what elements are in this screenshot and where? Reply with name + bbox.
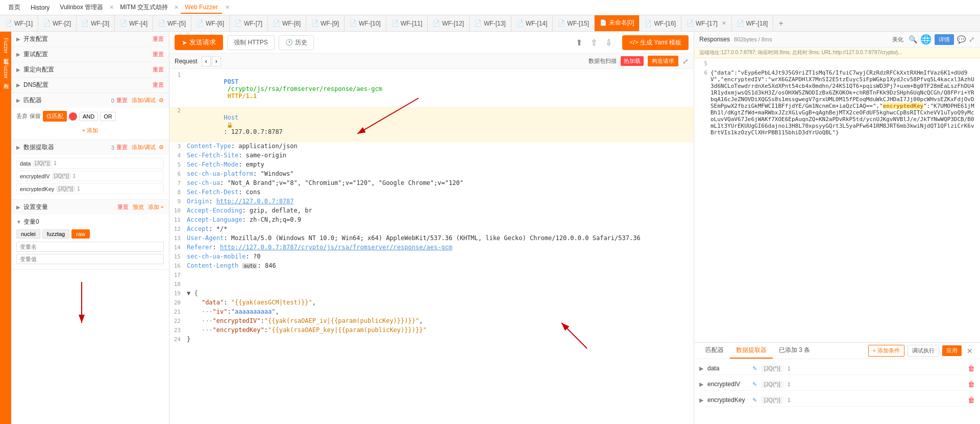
section-extractor-header[interactable]: ▶ 数据提取器 3 重置 添加/调试 ⚙	[11, 140, 169, 155]
section-variables-header[interactable]: ▶ 设置变量 重置 预览 添加 +	[11, 200, 169, 215]
only-match-btn[interactable]: 仅匹配	[43, 111, 67, 122]
var-tag-fuzztag[interactable]: fuzztag	[42, 229, 69, 239]
tab-wf10[interactable]: 📄WF-[10]	[345, 15, 386, 32]
add-matcher-btn[interactable]: + 添加	[16, 125, 164, 136]
section-redirect-reset[interactable]: 重置	[153, 66, 164, 74]
sidebar-strip-list[interactable]: Fuzzer 列表	[1, 59, 10, 84]
hot-badge[interactable]: 热加载	[621, 56, 644, 66]
ext-row-data-arrow[interactable]: ▶	[699, 365, 703, 372]
ext-row-data-edit[interactable]: ✎	[752, 365, 757, 372]
tab-wf18[interactable]: 📄WF-[18]	[732, 15, 774, 32]
matcher-add[interactable]: 添加/调试	[132, 97, 156, 104]
force-https-btn[interactable]: 强制 HTTPS	[227, 35, 275, 50]
ext-row-key-delete[interactable]: 🗑	[968, 396, 975, 404]
section-variables-title: 设置变量	[23, 203, 117, 211]
struct-btn[interactable]: 构造请求	[648, 56, 678, 66]
or-btn[interactable]: OR	[100, 112, 116, 121]
extractor-reset[interactable]: 重置	[116, 144, 128, 151]
import-icon[interactable]: ⇩	[605, 38, 612, 48]
tab-add-button[interactable]: +	[773, 19, 788, 28]
section-retry-header[interactable]: ▶ 重试配置 重置	[11, 47, 169, 62]
scan-label[interactable]: 数据包扫描	[589, 57, 617, 65]
var-value-input[interactable]	[16, 254, 164, 264]
comment-icon[interactable]: 💬	[957, 35, 966, 43]
yaml-template-btn[interactable]: </> 生成 Yaml 模板	[622, 35, 689, 50]
tab-unnamed0[interactable]: 📄未命名[0]	[595, 15, 640, 32]
variables-preview[interactable]: 预览	[133, 203, 144, 211]
tab-wf6[interactable]: 📄WF-[6]	[191, 15, 230, 32]
variables-add[interactable]: 添加 +	[148, 203, 164, 211]
tab-wf3[interactable]: 📄WF-[3]	[77, 15, 115, 32]
matcher-tune-icon[interactable]: ⚙	[159, 97, 164, 104]
matcher-reset[interactable]: 重置	[116, 97, 128, 104]
apply-btn[interactable]: 应用	[942, 345, 962, 356]
resp-expand-icon[interactable]: ⤢	[969, 35, 975, 43]
tab-wf9[interactable]: 📄WF-[9]	[306, 15, 345, 32]
section-dev-config-header[interactable]: ▶ 开发配置 重置	[11, 32, 169, 46]
nav-prev[interactable]: ‹	[202, 56, 211, 66]
tab-wf13[interactable]: 📄WF-[13]	[470, 15, 511, 32]
bottom-tab-extractor[interactable]: 数据提取器	[730, 343, 773, 359]
tab-wf14[interactable]: 📄WF-[14]	[511, 15, 553, 32]
variables-reset[interactable]: 重置	[117, 203, 129, 211]
extractor-add[interactable]: 添加/调试	[132, 144, 156, 151]
close-bottom-panel[interactable]: ✕	[965, 347, 975, 355]
nav-next[interactable]: ›	[212, 56, 221, 66]
ext-row-iv-delete[interactable]: 🗑	[968, 380, 975, 388]
nav-webfuzzer[interactable]: Web Fuzzer	[181, 2, 222, 14]
search-resp-icon[interactable]: 🔍	[909, 35, 917, 43]
nav-home[interactable]: 首页	[4, 1, 24, 14]
ext-row-data-delete[interactable]: 🗑	[968, 364, 975, 372]
code-line-13: 13 User-Agent: Mozilla/5.0 (Windows NT 1…	[169, 234, 694, 244]
beautify-btn[interactable]: 美化	[890, 35, 905, 44]
section-redirect-header[interactable]: ▶ 重定向配置 重置	[11, 62, 169, 77]
discard-btn[interactable]: 丢弃	[16, 112, 28, 120]
section-dns-reset[interactable]: 重置	[153, 81, 164, 89]
add-condition-btn[interactable]: + 添加条件	[868, 345, 904, 357]
var-tag-raw[interactable]: raw	[71, 229, 90, 239]
tab-wf4[interactable]: 📄WF-[4]	[115, 15, 153, 32]
ext-row-iv-arrow[interactable]: ▶	[699, 381, 703, 388]
tab-wf16[interactable]: 📄WF-[16]	[640, 15, 681, 32]
tab-wf2[interactable]: 📄WF-[2]	[38, 15, 77, 32]
bottom-tab-matcher[interactable]: 匹配器	[699, 343, 730, 359]
resp-content[interactable]: 5 6 {"data":"vEyp6ePbL4Jt9J5G9riZT1sMqT6…	[694, 58, 980, 342]
export-icon[interactable]: ⇧	[591, 38, 597, 48]
nav-vulinbox[interactable]: Vulinbox 管理器	[56, 1, 107, 14]
save-btn[interactable]: 保留	[30, 112, 41, 120]
expand-icon[interactable]: ⤢	[682, 57, 689, 65]
section-retry-reset[interactable]: 重置	[153, 51, 164, 58]
extractor-items: data [JQ(*)] 1 encryptedIV [JQ(*)] 1 enc…	[11, 155, 169, 199]
tab-wf12[interactable]: 📄WF-[12]	[428, 15, 470, 32]
detail-btn[interactable]: 详情	[935, 34, 954, 45]
tab-wf8[interactable]: 📄WF-[8]	[268, 15, 306, 32]
var-tag-nuclei[interactable]: nuclei	[16, 229, 40, 239]
section-dev-reset[interactable]: 重置	[153, 35, 164, 43]
var-name-input[interactable]	[16, 242, 164, 252]
history-btn[interactable]: 🕐 历史	[279, 35, 314, 50]
section-dns-header[interactable]: ▶ DNS配置 重置	[11, 78, 169, 92]
extractor-tune-icon[interactable]: ⚙	[159, 144, 164, 151]
sidebar-strip-fuzzer[interactable]: Fuzzer 配置	[1, 34, 10, 59]
close-tab-wf17[interactable]: ✕	[722, 20, 726, 27]
send-request-btn[interactable]: ➤ 发送请求	[175, 35, 223, 50]
share-icon[interactable]: ⬆	[576, 38, 582, 48]
tab-wf11[interactable]: 📄WF-[11]	[386, 15, 428, 32]
section-redirect-config: ▶ 重定向配置 重置	[11, 62, 169, 78]
tab-wf17[interactable]: 📄WF-[17]✕	[681, 15, 732, 32]
bottom-tab-count[interactable]: 已添加 3 条	[773, 343, 816, 359]
ext-row-key-arrow[interactable]: ▶	[699, 397, 703, 404]
tab-wf7[interactable]: 📄WF-[7]	[230, 15, 268, 32]
nav-history[interactable]: History	[27, 2, 54, 13]
tab-wf5[interactable]: 📄WF-[5]	[153, 15, 191, 32]
ext-row-iv-edit[interactable]: ✎	[752, 381, 757, 388]
nav-mitm[interactable]: MITM 交互式劫持	[116, 1, 172, 14]
and-btn[interactable]: AND	[79, 112, 98, 121]
ext-row-key-edit[interactable]: ✎	[752, 397, 757, 404]
tab-wf15[interactable]: 📄WF-[15]	[553, 15, 595, 32]
request-code-area[interactable]: 1 POST /crypto/js/rsa/fromserver/respons…	[169, 69, 694, 424]
section-matcher-header[interactable]: ▶ 匹配器 0 重置 添加/调试 ⚙	[11, 93, 169, 108]
test-run-btn[interactable]: 调试执行	[908, 345, 939, 357]
chrome-icon[interactable]: 🌐	[920, 34, 932, 45]
tab-wf1[interactable]: 📄WF-[1]	[0, 15, 38, 32]
